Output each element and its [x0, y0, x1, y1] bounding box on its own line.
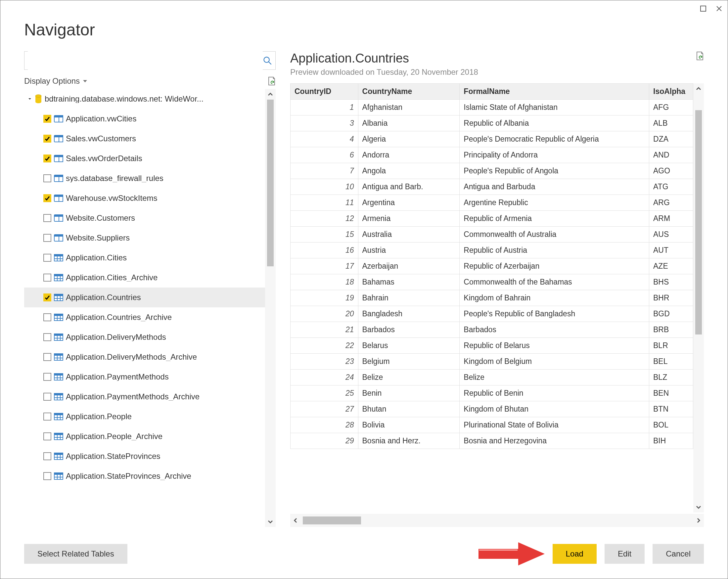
table-row[interactable]: 21BarbadosBarbadosBRB	[290, 322, 693, 338]
search-input[interactable]	[28, 51, 263, 70]
tree-item-checkbox[interactable]	[43, 234, 51, 242]
column-header[interactable]: IsoAlpha	[649, 84, 693, 100]
table-row[interactable]: 16AustriaRepublic of AustriaAUT	[290, 242, 693, 258]
table-row[interactable]: 29Bosnia and Herz.Bosnia and Herzegovina…	[290, 433, 693, 449]
select-related-tables-button[interactable]: Select Related Tables	[24, 544, 127, 564]
preview-table[interactable]: CountryIDCountryNameFormalNameIsoAlpha1A…	[290, 83, 693, 449]
scroll-left-icon[interactable]	[292, 517, 299, 524]
tree-item[interactable]: Sales.vwCustomers	[24, 129, 265, 149]
tree-item[interactable]: Application.Countries	[24, 288, 265, 307]
cell-countryid: 24	[290, 370, 358, 386]
table-row[interactable]: 12ArmeniaRepublic of ArmeniaARM	[290, 211, 693, 227]
scroll-down-icon[interactable]	[267, 519, 274, 525]
tree-item-checkbox[interactable]	[43, 373, 51, 381]
tree-item-checkbox[interactable]	[43, 393, 51, 401]
tree-item-checkbox[interactable]	[43, 413, 51, 421]
table-row[interactable]: 15AustraliaCommonwealth of AustraliaAUS	[290, 227, 693, 242]
tree-scrollbar[interactable]	[265, 89, 276, 527]
column-header[interactable]: CountryID	[290, 84, 358, 100]
cell-countryname: Andorra	[358, 147, 460, 163]
tree-item[interactable]: Application.Cities	[24, 248, 265, 268]
tree-item-checkbox[interactable]	[43, 472, 51, 480]
search-box[interactable]	[24, 51, 276, 70]
tree-item-checkbox[interactable]	[43, 214, 51, 222]
table-row[interactable]: 19BahrainKingdom of BahrainBHR	[290, 290, 693, 306]
tree-item[interactable]: Application.PaymentMethods_Archive	[24, 387, 265, 406]
table-row[interactable]: 11ArgentinaArgentine RepublicARG	[290, 195, 693, 211]
table-row[interactable]: 1AfghanistanIslamic State of Afghanistan…	[290, 100, 693, 115]
tree-item[interactable]: Application.StateProvinces	[24, 446, 265, 466]
table-row[interactable]: 10Antigua and Barb.Antigua and BarbudaAT…	[290, 179, 693, 195]
tree-item[interactable]: Application.DeliveryMethods_Archive	[24, 347, 265, 367]
cell-countryid: 12	[290, 211, 358, 227]
table-row[interactable]: 22BelarusRepublic of BelarusBLR	[290, 338, 693, 354]
tree-item[interactable]: Application.StateProvinces_Archive	[24, 466, 265, 486]
cell-iso: ARG	[649, 195, 693, 211]
tree-item[interactable]: Application.People	[24, 406, 265, 426]
tree-item[interactable]: Application.DeliveryMethods	[24, 327, 265, 347]
cell-countryid: 20	[290, 306, 358, 322]
table-row[interactable]: 18BahamasCommonwealth of the BahamasBHS	[290, 274, 693, 290]
table-vertical-scrollbar[interactable]	[693, 83, 704, 512]
display-options-label: Display Options	[24, 76, 80, 86]
tree-item[interactable]: Warehouse.vwStockItems	[24, 188, 265, 208]
table-row[interactable]: 24BelizeBelizeBLZ	[290, 370, 693, 386]
tree-item[interactable]: Application.vwCities	[24, 109, 265, 129]
tree-item-label: Application.PaymentMethods	[66, 373, 169, 381]
tree-item-checkbox[interactable]	[43, 155, 51, 162]
cell-iso: AUT	[649, 242, 693, 258]
close-icon[interactable]	[716, 5, 722, 12]
tree-item[interactable]: Website.Customers	[24, 208, 265, 228]
cancel-button[interactable]: Cancel	[653, 544, 704, 564]
navigator-tree[interactable]: bdtraining.database.windows.net: WideWor…	[24, 89, 265, 527]
tree-item-checkbox[interactable]	[43, 273, 51, 282]
svg-rect-18	[59, 155, 63, 157]
tree-item-checkbox[interactable]	[43, 194, 51, 202]
table-row[interactable]: 3AlbaniaRepublic of AlbaniaALB	[290, 115, 693, 131]
tree-item[interactable]: Application.Cities_Archive	[24, 268, 265, 288]
table-row[interactable]: 28BoliviaPlurinational State of BoliviaB…	[290, 417, 693, 433]
tree-item-checkbox[interactable]	[43, 254, 51, 262]
scroll-up-icon[interactable]	[695, 85, 702, 92]
tree-item-checkbox[interactable]	[43, 333, 51, 341]
tree-item[interactable]: Application.Countries_Archive	[24, 307, 265, 327]
tree-item[interactable]: Application.PaymentMethods	[24, 367, 265, 387]
table-row[interactable]: 7AngolaPeople's Republic of AngolaAGO	[290, 163, 693, 179]
table-row[interactable]: 20BangladeshPeople's Republic of Banglad…	[290, 306, 693, 322]
tree-item-checkbox[interactable]	[43, 353, 51, 361]
tree-item[interactable]: sys.database_firewall_rules	[24, 168, 265, 188]
table-row[interactable]: 25BeninRepublic of BeninBEN	[290, 386, 693, 401]
tree-item[interactable]: Application.People_Archive	[24, 426, 265, 446]
cell-countryid: 29	[290, 433, 358, 449]
tree-item-checkbox[interactable]	[43, 135, 51, 142]
load-button[interactable]: Load	[553, 544, 597, 564]
column-header[interactable]: CountryName	[358, 84, 460, 100]
tree-item[interactable]: Website.Suppliers	[24, 228, 265, 248]
table-row[interactable]: 17AzerbaijanRepublic of AzerbaijanAZE	[290, 258, 693, 274]
table-horizontal-scrollbar[interactable]	[290, 514, 704, 527]
refresh-preview-icon[interactable]	[696, 51, 704, 60]
tree-root[interactable]: bdtraining.database.windows.net: WideWor…	[24, 89, 265, 109]
scroll-up-icon[interactable]	[267, 91, 274, 98]
table-row[interactable]: 27BhutanKingdom of BhutanBTN	[290, 401, 693, 417]
tree-item-checkbox[interactable]	[43, 174, 51, 182]
table-row[interactable]: 23BelgiumKingdom of BelgiumBEL	[290, 354, 693, 370]
tree-item-checkbox[interactable]	[43, 293, 51, 301]
tree-item-checkbox[interactable]	[43, 115, 51, 123]
refresh-page-icon[interactable]	[268, 76, 276, 86]
tree-item-checkbox[interactable]	[43, 313, 51, 321]
edit-button[interactable]: Edit	[604, 544, 645, 564]
maximize-icon[interactable]	[700, 5, 706, 12]
column-header[interactable]: FormalName	[460, 84, 649, 100]
scroll-right-icon[interactable]	[695, 517, 702, 524]
tree-item-checkbox[interactable]	[43, 452, 51, 460]
preview-table-container: CountryIDCountryNameFormalNameIsoAlpha1A…	[290, 83, 693, 512]
display-options-dropdown[interactable]: Display Options	[24, 76, 87, 86]
tree-item[interactable]: Sales.vwOrderDetails	[24, 149, 265, 168]
table-row[interactable]: 6AndorraPrincipality of AndorraAND	[290, 147, 693, 163]
scroll-down-icon[interactable]	[695, 504, 702, 510]
search-icon[interactable]	[263, 56, 272, 65]
tree-item-checkbox[interactable]	[43, 432, 51, 440]
cell-countryid: 22	[290, 338, 358, 354]
table-row[interactable]: 4AlgeriaPeople's Democratic Republic of …	[290, 131, 693, 147]
